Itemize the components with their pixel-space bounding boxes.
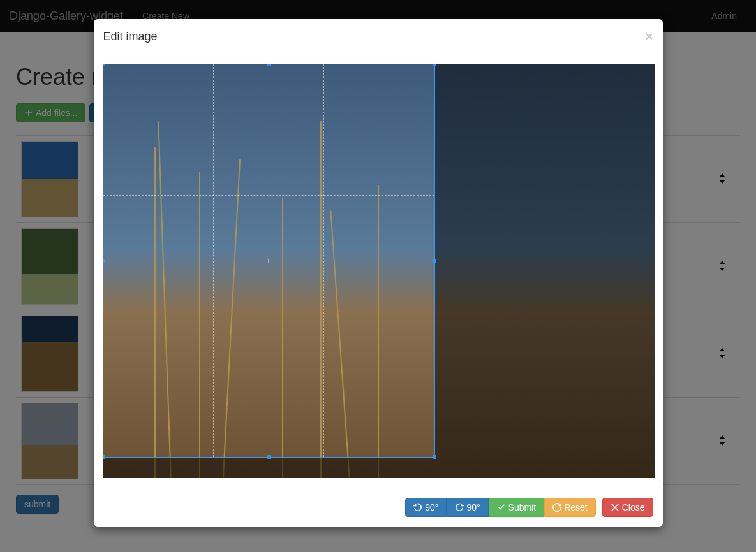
crop-dim-right [434, 64, 655, 478]
crop-submit-button[interactable]: Submit [489, 498, 545, 517]
modal-title: Edit image [103, 30, 158, 43]
check-icon [497, 503, 506, 512]
crop-handle-n[interactable] [267, 64, 271, 66]
crop-handle-s[interactable] [267, 455, 271, 459]
crop-submit-label: Submit [508, 502, 537, 512]
modal-header: Edit image × [94, 19, 663, 54]
rotate-ccw-button[interactable]: 90° [405, 498, 447, 517]
crop-canvas[interactable]: + [103, 64, 655, 478]
modal-body: + [94, 54, 663, 488]
crop-handle-se[interactable] [433, 455, 436, 459]
rotate-cw-label: 90° [466, 502, 480, 512]
crop-center-icon: + [265, 257, 272, 265]
edit-image-modal: Edit image × + [94, 19, 663, 527]
close-icon [611, 503, 619, 512]
close-label: Close [622, 502, 645, 512]
crop-dim-bottom [103, 457, 434, 478]
rotate-cw-icon [455, 503, 464, 512]
crop-grid-line [103, 326, 434, 326]
crop-handle-ne[interactable] [433, 64, 436, 66]
crop-grid-line [323, 64, 324, 457]
close-button[interactable]: Close [602, 498, 653, 517]
reset-label: Reset [564, 502, 588, 512]
rotate-ccw-label: 90° [425, 502, 438, 512]
modal-close-x[interactable]: × [645, 29, 653, 44]
crop-handle-e[interactable] [433, 259, 436, 263]
crop-handle-sw[interactable] [103, 455, 105, 459]
refresh-icon [552, 503, 561, 512]
crop-grid-line [103, 195, 434, 196]
crop-handle-nw[interactable] [103, 64, 105, 66]
crop-handle-w[interactable] [103, 259, 105, 263]
crop-box[interactable]: + [103, 64, 434, 457]
rotate-cw-button[interactable]: 90° [447, 498, 488, 517]
crop-grid-line [213, 64, 214, 457]
reset-button[interactable]: Reset [544, 498, 596, 517]
modal-footer: 90° 90° Submit Reset Close [94, 488, 663, 527]
rotate-ccw-icon [413, 503, 422, 512]
